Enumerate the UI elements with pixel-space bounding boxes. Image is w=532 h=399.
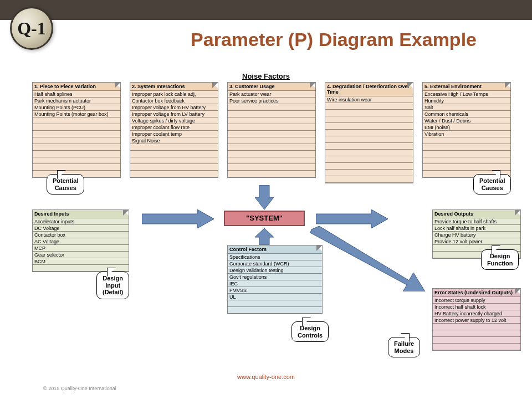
- box-row: Excessive High / Low Temps: [423, 91, 510, 98]
- box-row: [33, 137, 120, 144]
- box-row: Water / Dust / Debris: [423, 117, 510, 124]
- box-row: [33, 157, 120, 164]
- box-row: Vibration: [423, 131, 510, 137]
- box-row: [228, 164, 315, 171]
- desired-inputs-box: Desired InputsAccelerator inputsDC Volta…: [32, 209, 129, 272]
- box-row: [228, 171, 315, 177]
- box-row: EMI (noise): [423, 124, 510, 131]
- box-row: Provide 12 volt power: [433, 238, 520, 245]
- footer-url: www.quality-one.com: [237, 374, 295, 380]
- noise-box-1: 1. Piece to Piece VariationHalf shaft sp…: [32, 82, 121, 178]
- box-row: UL: [228, 294, 322, 300]
- callout-design-input: DesignInput(Detail): [96, 272, 129, 299]
- box-row: [325, 163, 413, 170]
- box-header: Desired Outputs: [433, 210, 520, 218]
- error-states-box: Error States (Undesired Outputs)Incorrec…: [432, 288, 521, 351]
- callout-potential-causes-right: PotentialCauses: [473, 174, 511, 195]
- box-row: [325, 103, 413, 110]
- callout-text: DesignFunction: [487, 253, 513, 267]
- box-header: 5. External Environment: [423, 83, 510, 91]
- box-row: [228, 111, 315, 117]
- arrow-inputs-to-system: [142, 209, 214, 228]
- noise-box-5: 5. External EnvironmentExcessive High / …: [422, 82, 511, 178]
- box-row: [325, 136, 413, 143]
- box-row: [130, 171, 218, 177]
- box-row: Poor service practices: [228, 98, 315, 104]
- svg-marker-4: [310, 226, 426, 291]
- box-row: [325, 150, 413, 156]
- box-row: Voltage spikes / dirty voltage: [130, 117, 218, 124]
- callout-text: DesignInput(Detail): [103, 275, 123, 295]
- callout-text: PotentialCauses: [479, 177, 505, 191]
- callout-design-controls: DesignControls: [291, 321, 329, 342]
- noise-factors-header: Noise Factors: [242, 72, 290, 80]
- box-row: [228, 144, 315, 151]
- callout-failure-modes: FailureModes: [388, 337, 420, 357]
- box-row: [33, 131, 120, 137]
- box-row: Corporate standard (WCR): [228, 260, 322, 267]
- box-row: FMVSS: [228, 287, 322, 294]
- callout-text: DesignControls: [298, 325, 323, 339]
- box-row: Improper coolant flow rate: [130, 124, 218, 131]
- box-row: [433, 344, 520, 350]
- box-row: Wire insulation wear: [325, 96, 413, 103]
- box-row: [228, 137, 315, 144]
- box-row: HV Battery incorrectly charged: [433, 310, 520, 317]
- svg-marker-0: [142, 209, 214, 228]
- box-row: [325, 116, 413, 123]
- box-row: Humidity: [423, 98, 510, 104]
- box-row: [423, 144, 510, 151]
- box-row: Improper park lock cable adj,: [130, 91, 218, 98]
- arrow-noise-to-system: [255, 185, 274, 209]
- box-row: [433, 337, 520, 344]
- box-row: [433, 330, 520, 337]
- box-row: Park actuator wear: [228, 91, 315, 98]
- box-row: Half shaft splines: [33, 91, 120, 98]
- box-row: [228, 104, 315, 111]
- box-row: Improper voltage from LV battery: [130, 111, 218, 117]
- box-row: [228, 151, 315, 157]
- box-row: Contactor box: [33, 232, 129, 238]
- box-header: 1. Piece to Piece Variation: [33, 83, 120, 91]
- box-header: 4. Degradation / Deterioration Over Time: [325, 83, 413, 96]
- copyright: © 2015 Quality-One International: [43, 386, 116, 391]
- box-row: [33, 164, 120, 171]
- box-row: [130, 144, 218, 151]
- svg-marker-2: [255, 185, 274, 209]
- system-box: "SYSTEM": [224, 211, 305, 226]
- noise-box-3: 3. Customer UsagePark actuator wearPoor …: [227, 82, 316, 178]
- box-row: [423, 137, 510, 144]
- box-row: [228, 307, 322, 314]
- arrow-system-to-error: [309, 225, 426, 291]
- box-header: Control Factors: [228, 245, 322, 254]
- box-row: [33, 124, 120, 131]
- box-row: AC Voltage: [33, 238, 129, 245]
- box-row: [130, 151, 218, 157]
- box-header: Desired Inputs: [33, 210, 129, 218]
- box-row: Design validation testing: [228, 267, 322, 274]
- box-row: BCM: [33, 258, 129, 265]
- box-row: Gov't regulations: [228, 274, 322, 280]
- box-row: [228, 300, 322, 307]
- box-row: [228, 131, 315, 137]
- box-row: Incorrect power supply to 12 volt: [433, 317, 520, 324]
- box-row: Salt: [423, 104, 510, 111]
- box-row: IEC: [228, 280, 322, 287]
- box-row: [423, 157, 510, 164]
- box-row: [325, 170, 413, 176]
- box-row: [325, 123, 413, 130]
- box-row: [423, 151, 510, 157]
- box-row: [228, 157, 315, 164]
- noise-box-4: 4. Degradation / Deterioration Over Time…: [325, 82, 413, 183]
- box-row: Lock half shafts in park: [433, 225, 520, 232]
- box-row: [130, 164, 218, 171]
- page-title: Parameter (P) Diagram Example: [191, 29, 477, 50]
- box-header: 2. System Interactions: [130, 83, 218, 91]
- box-row: Mounting Points (PCU): [33, 104, 120, 111]
- box-row: [325, 110, 413, 116]
- box-row: Incorrect half shaft lock: [433, 304, 520, 310]
- box-row: Charge HV battery: [433, 232, 520, 238]
- box-row: [325, 176, 413, 183]
- box-row: Accelerator inputs: [33, 218, 129, 225]
- box-row: [130, 157, 218, 164]
